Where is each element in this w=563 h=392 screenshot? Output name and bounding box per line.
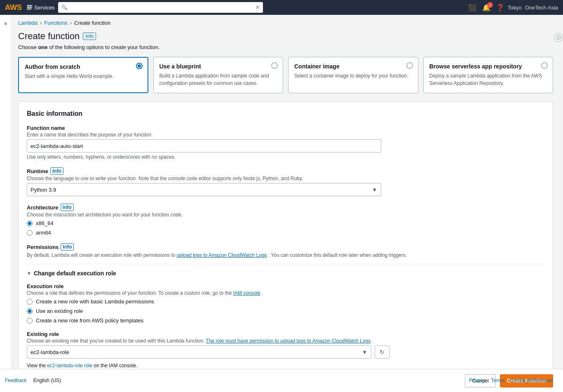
top-navigation: AWS Services 🔍 iam ✕ ⬛ 🔔 1 ❓ Tokyo OneTe…	[0, 0, 563, 15]
exec-role-new-basic[interactable]: Create a new role with basic Lambda perm…	[27, 298, 544, 305]
exec-role-policy-label: Create a new role from AWS policy templa…	[36, 317, 143, 324]
feedback-link[interactable]: Feedback	[5, 378, 27, 383]
breadcrumb-sep-1: ›	[40, 20, 42, 26]
permissions-cloudwatch-link[interactable]: upload logs to Amazon CloudWatch Logs	[177, 252, 267, 258]
architecture-label: Architecture Info	[27, 204, 544, 211]
services-label: Services	[34, 5, 55, 11]
search-icon: 🔍	[61, 5, 68, 10]
basic-info-panel: Basic information Function name Enter a …	[18, 101, 553, 385]
existing-role-label: Existing role	[27, 331, 544, 337]
sidebar-toggle[interactable]: ≡	[0, 15, 12, 392]
runtime-select-wrapper: Python 3.9 Node.js 16.x Ruby 2.7 Java 11…	[27, 183, 381, 196]
option-card-blueprint[interactable]: Use a blueprint Build a Lambda applicati…	[153, 57, 284, 93]
view-role-link[interactable]: ec2-lambda-role role	[47, 363, 92, 369]
clear-icon[interactable]: ✕	[256, 5, 260, 10]
cookies-link[interactable]: Cookie preferences	[510, 378, 553, 383]
search-input[interactable]: iam	[69, 5, 256, 11]
radio-author	[136, 63, 143, 69]
exec-role-new-basic-label: Create a new role with basic Lambda perm…	[36, 298, 154, 305]
svg-rect-5	[31, 7, 32, 9]
iam-console-link[interactable]: IAM console	[233, 290, 260, 296]
architecture-x86-label: x86_64	[36, 220, 54, 226]
main-content: Lambda › Functions › Create function Cre…	[12, 15, 563, 392]
existing-role-row: ec2-lambda-role lambda-basic-role ▼ ↻	[27, 345, 389, 359]
option-card-author[interactable]: Author from scratch Start with a simple …	[18, 57, 148, 93]
view-role-post: on the IAM console.	[94, 363, 138, 369]
breadcrumb-lambda[interactable]: Lambda	[18, 20, 38, 26]
terminal-icon[interactable]: ⬛	[468, 4, 476, 12]
runtime-select[interactable]: Python 3.9 Node.js 16.x Ruby 2.7 Java 11…	[27, 183, 381, 196]
language-selector[interactable]: English (US)	[33, 378, 61, 383]
execution-role-group: Execution role Choose a role that define…	[27, 283, 544, 324]
architecture-hint: Choose the instruction set architecture …	[27, 212, 544, 218]
help-icon[interactable]: ❓	[496, 4, 504, 12]
card-title-container: Container image	[294, 63, 412, 70]
exec-role-policy-templates[interactable]: Create a new role from AWS policy templa…	[27, 317, 544, 324]
info-panel-toggle[interactable]: ⓘ	[554, 33, 563, 42]
change-role-header[interactable]: ▼ Change default execution role	[27, 264, 544, 278]
architecture-arm64-label: arm64	[36, 230, 51, 236]
card-desc-serverless: Deploy a sample Lambda application from …	[429, 72, 547, 87]
privacy-link[interactable]: Privacy	[469, 378, 485, 383]
runtime-info-link[interactable]: Info	[50, 167, 63, 175]
execution-role-radio-group: Create a new role with basic Lambda perm…	[27, 298, 544, 324]
terms-link[interactable]: Terms	[491, 378, 504, 383]
chevron-down-icon: ▼	[27, 271, 31, 276]
exec-role-new-basic-radio[interactable]	[27, 299, 33, 305]
view-role-link-container: View the ec2-lambda-role role on the IAM…	[27, 361, 544, 369]
architecture-arm64[interactable]: arm64	[27, 230, 544, 236]
card-title-blueprint: Use a blueprint	[160, 63, 277, 70]
card-desc-container: Select a container image to deploy for y…	[294, 72, 412, 80]
runtime-label: Runtime Info	[27, 167, 544, 175]
bell-icon[interactable]: 🔔 1	[482, 4, 490, 12]
svg-rect-3	[27, 7, 29, 9]
option-card-container[interactable]: Container image Select a container image…	[288, 57, 418, 93]
function-name-label: Function name	[27, 125, 544, 131]
radio-serverless	[541, 62, 548, 69]
exec-role-existing-label: Use an existing role	[36, 308, 83, 314]
architecture-x86[interactable]: x86_64	[27, 220, 544, 226]
card-desc-author: Start with a simple Hello World example.	[25, 73, 142, 80]
exec-role-policy-radio[interactable]	[27, 318, 33, 324]
exec-role-existing[interactable]: Use an existing role	[27, 308, 544, 314]
aws-logo: AWS	[5, 3, 22, 12]
permissions-hint: By default, Lambda will create an execut…	[27, 251, 544, 259]
radio-blueprint	[271, 62, 278, 69]
function-name-note: Use only letters, numbers, hyphens, or u…	[27, 154, 544, 160]
svg-rect-0	[27, 5, 29, 7]
radio-container	[406, 62, 413, 69]
breadcrumb: Lambda › Functions › Create function	[18, 20, 553, 26]
runtime-hint: Choose the language to use to write your…	[27, 176, 544, 181]
account-button[interactable]: OneTech Asia	[525, 5, 558, 11]
notification-badge: 1	[487, 2, 493, 8]
breadcrumb-current: Create function	[74, 20, 110, 26]
card-desc-blueprint: Build a Lambda application from sample c…	[160, 72, 277, 87]
existing-role-select-wrapper: ec2-lambda-role lambda-basic-role ▼	[27, 345, 371, 359]
function-name-input[interactable]: ec2-lambda-auto-start	[27, 139, 381, 153]
nav-icons: ⬛ 🔔 1 ❓	[468, 4, 504, 12]
existing-role-cloudwatch-link[interactable]: The role must have permission to upload …	[206, 338, 371, 344]
services-button[interactable]: Services	[27, 5, 55, 11]
function-name-hint: Enter a name that describes the purpose …	[27, 132, 544, 138]
refresh-role-button[interactable]: ↻	[375, 345, 389, 359]
permissions-group: Permissions Info By default, Lambda will…	[27, 243, 544, 369]
footer-left: Feedback English (US)	[0, 369, 66, 392]
svg-rect-1	[29, 5, 31, 7]
architecture-radio-group: x86_64 arm64	[27, 220, 544, 236]
change-role-body: Execution role Choose a role that define…	[27, 278, 544, 369]
search-bar[interactable]: 🔍 iam ✕	[58, 2, 263, 13]
existing-role-select[interactable]: ec2-lambda-role lambda-basic-role	[27, 345, 371, 359]
exec-role-existing-radio[interactable]	[27, 308, 33, 314]
architecture-info-link[interactable]: Info	[61, 204, 74, 211]
view-role-pre: View the	[27, 363, 46, 369]
option-card-serverless[interactable]: Browse serverless app repository Deploy …	[423, 57, 554, 93]
architecture-arm64-radio[interactable]	[27, 230, 33, 236]
breadcrumb-sep-2: ›	[70, 20, 72, 26]
architecture-x86-radio[interactable]	[27, 221, 33, 226]
page-info-link[interactable]: Info	[83, 33, 96, 40]
card-title-author: Author from scratch	[25, 63, 142, 70]
execution-role-hint: Choose a role that defines the permissio…	[27, 290, 544, 296]
permissions-info-link[interactable]: Info	[61, 243, 74, 251]
breadcrumb-functions[interactable]: Functions	[44, 20, 67, 26]
region-button[interactable]: Tokyo	[508, 5, 522, 11]
